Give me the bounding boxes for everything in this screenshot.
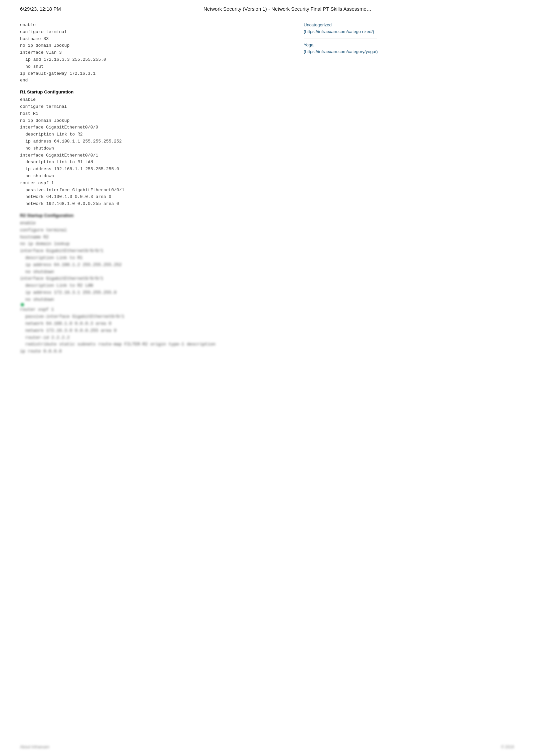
main-content: enable configure terminal hostname S3 no…	[0, 15, 534, 358]
code-line: no shutdown	[20, 296, 294, 303]
sidebar-link-yoga[interactable]: Yoga (https://infraexam.com/category/yog…	[304, 42, 377, 55]
sidebar: Uncategorized (https://infraexam.com/cat…	[304, 22, 377, 358]
code-line: redistribute static subnets route-map FI…	[20, 341, 294, 348]
sidebar-divider	[304, 38, 377, 38]
code-line: passive-interface GigabitEthernet0/0/1	[20, 187, 294, 194]
code-line: network 192.168.1.0 0.0.0.255 area 0	[20, 201, 294, 208]
code-line: interface GigabitEthernet0/0/0	[20, 124, 294, 131]
code-line: interface GigabitEthernet0/0/0/1	[20, 248, 294, 255]
code-line: no shutdown	[20, 269, 294, 276]
code-line: interface GigabitEthernet0/0/0/1	[20, 275, 294, 282]
page-header: 6/29/23, 12:18 PM Network Security (Vers…	[0, 0, 534, 15]
code-line: ip address 172.16.3.1 255.255.255.0	[20, 289, 294, 296]
s3-config-block: enable configure terminal hostname S3 no…	[20, 22, 294, 84]
code-line: ip default-gateway 172.16.3.1	[20, 70, 294, 77]
sidebar-link-uncategorized[interactable]: Uncategorized (https://infraexam.com/cat…	[304, 22, 377, 35]
sidebar-link-yoga-url: (https://infraexam.com/category/yoga/)	[304, 49, 378, 54]
content-body: enable configure terminal hostname S3 no…	[20, 22, 294, 358]
code-line: no shutdown	[20, 145, 294, 152]
code-line: hostname S3	[20, 36, 294, 43]
code-line: enable	[20, 22, 294, 29]
header-title: Network Security (Version 1) - Network S…	[61, 6, 514, 12]
code-line: ip address 64.100.1.2 255.255.255.252	[20, 262, 294, 269]
code-line: router-id 2.2.2.2	[20, 334, 294, 341]
code-line: ip add 172.16.3.3 255.255.255.0	[20, 56, 294, 63]
sidebar-link-uncategorized-url: (https://infraexam.com/catego rized/)	[304, 29, 374, 34]
code-line: configure terminal	[20, 29, 294, 36]
code-line: description Link to R1 LAN	[20, 159, 294, 166]
r1-config-block: enable configure terminal host R1 no ip …	[20, 96, 294, 208]
footer-left: About Infraexam	[20, 745, 49, 749]
code-line: router ospf 1	[20, 306, 294, 313]
code-line: router ospf 1	[20, 180, 294, 187]
header-date: 6/29/23, 12:18 PM	[20, 6, 61, 12]
green-indicator	[21, 303, 24, 306]
code-line: interface GigabitEthernet0/0/1	[20, 152, 294, 159]
r2-config-block: enable configure terminal hostname R2 no…	[20, 220, 294, 355]
code-line: hostname R2	[20, 234, 294, 241]
code-line: network 64.100.1.0 0.0.0.3 area 0	[20, 320, 294, 327]
code-line: ip route 0.0.0.0	[20, 348, 294, 355]
code-line: host R1	[20, 110, 294, 117]
code-line: no shut	[20, 63, 294, 70]
code-line: ip address 64.100.1.1 255.255.255.252	[20, 138, 294, 145]
code-line: no ip domain lookup	[20, 42, 294, 49]
code-line	[20, 303, 294, 306]
code-line: no shutdown	[20, 173, 294, 180]
code-line: interface vlan 3	[20, 49, 294, 56]
code-line: enable	[20, 96, 294, 103]
code-line: enable	[20, 220, 294, 227]
r2-config-heading: R2 Startup Configuration	[20, 213, 294, 218]
code-line: configure terminal	[20, 227, 294, 234]
code-line: no ip domain lookup	[20, 241, 294, 248]
footer-right: © 2019	[501, 745, 514, 749]
code-line: ip address 192.168.1.1 255.255.255.0	[20, 166, 294, 173]
code-line: description Link to R1	[20, 255, 294, 262]
code-line: description Link to R2 LAN	[20, 282, 294, 289]
code-line: passive-interface GigabitEthernet0/0/1	[20, 313, 294, 320]
code-line: network 172.16.3.0 0.0.0.255 area 0	[20, 327, 294, 334]
page-footer: About Infraexam © 2019	[20, 745, 514, 749]
code-line: description Link to R2	[20, 131, 294, 138]
code-line: end	[20, 77, 294, 84]
code-line: network 64.100.1.0 0.0.0.3 area 0	[20, 194, 294, 201]
r1-config-heading: R1 Startup Configuration	[20, 89, 294, 94]
code-line: no ip domain lookup	[20, 117, 294, 124]
code-line: configure terminal	[20, 103, 294, 110]
